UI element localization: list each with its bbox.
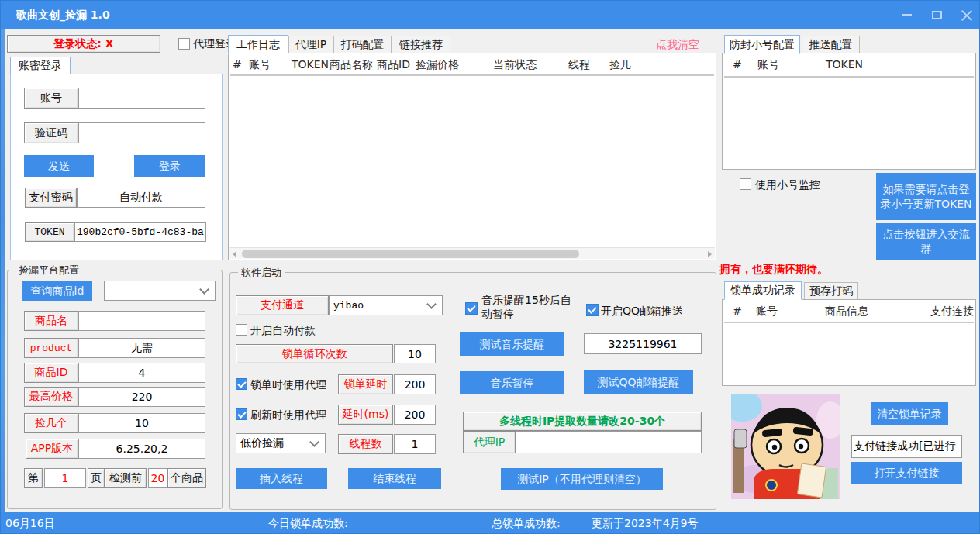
scroll-right-icon[interactable] [708,251,712,257]
qq-number-input[interactable] [584,333,702,354]
pay-password-input[interactable] [77,188,205,208]
end-thread-button[interactable]: 结束线程 [348,468,441,489]
col-token: TOKEN [826,58,863,71]
header-divider [724,322,974,323]
login-status-button[interactable]: 登录状态: X [7,35,160,53]
close-icon [961,9,972,21]
title-bar: 歌曲文创_捡漏 1.0 [1,1,980,29]
tab-anti-ban-config[interactable]: 防封小号配置 [724,35,800,54]
open-pay-link-button[interactable]: 打开支付链接 [851,462,962,484]
tab-prestore-captcha[interactable]: 预存打码 [804,282,858,300]
tab-push-config[interactable]: 推送配置 [802,36,860,54]
status-today-count: 今日锁单成功数: [268,512,348,534]
pick-count-label: 捡几个 [24,413,78,433]
qq-push-label: 开启QQ邮箱推送 [601,305,683,319]
threads-input[interactable] [394,434,436,454]
qq-push-checkbox[interactable] [586,304,599,316]
product-input[interactable] [78,338,205,358]
tab-link-recommend[interactable]: 链接推荐 [392,36,450,54]
music-alert-label: 音乐提醒15秒后自动暂停 [481,293,573,321]
maximize-button[interactable] [923,1,950,29]
minimize-icon [902,14,912,16]
delay-ms-input[interactable] [394,405,436,425]
window-title: 歌曲文创_捡漏 1.0 [16,1,110,29]
clear-lock-records-button[interactable]: 清空锁单记录 [871,402,948,425]
tab-captcha-config[interactable]: 打码配置 [333,36,392,54]
delay-ms-label: 延时(ms) [338,405,393,425]
pay-channel-dropdown[interactable]: yibao [329,295,443,315]
window-left-edge [1,29,5,512]
pick-count-input[interactable] [78,413,205,433]
check-first-label: 检测前 [105,468,147,488]
max-price-input[interactable] [78,387,205,407]
motto-text: 拥有，也要满怀期待。 [719,263,828,277]
page-number-input[interactable] [44,468,86,488]
minimize-button[interactable] [893,1,920,29]
lock-delay-input[interactable] [394,374,436,394]
send-button[interactable]: 发送 [24,155,94,177]
status-updated: 更新于2023年4月9号 [592,512,698,534]
lock-proxy-checkbox[interactable] [236,378,247,390]
proxy-ip-label: 代理IP [463,431,516,453]
music-pause-button[interactable]: 音乐暂停 [460,371,564,394]
col-index: # [233,58,242,71]
ip-note-bar: 多线程时IP提取数量请改20-30个 [463,412,702,431]
scroll-left-icon[interactable] [233,251,236,257]
scrollbar-thumb[interactable] [242,250,579,258]
col-pick: 捡几 [609,58,631,72]
account-input[interactable] [78,88,205,109]
lock-loop-input[interactable] [394,344,436,363]
product-id-label: 商品ID [24,363,78,383]
col-product-info: 商品信息 [825,305,868,319]
lock-records-table: # 账号 商品信息 支付连接 [722,299,976,386]
lock-proxy-label: 锁单时使用代理 [250,378,326,392]
maximize-icon [932,11,942,19]
login-button[interactable]: 登录 [134,155,205,177]
col-pay-link: 支付连接 [930,305,974,319]
test-qq-button[interactable]: 测试QQ邮箱提醒 [584,370,693,394]
test-ip-button[interactable]: 测试IP（不用代理则清空） [501,468,663,490]
captcha-input[interactable] [78,122,205,143]
tab-proxy-ip[interactable]: 代理IP [288,36,333,54]
auto-pay-label: 开启自动付款 [250,324,316,338]
query-product-id-button[interactable]: 查询商品id [22,281,92,301]
col-account: 账号 [756,305,778,319]
col-index: # [733,305,742,317]
tab-lock-records[interactable]: 锁单成功记录 [724,281,802,300]
shinchan-image [731,394,840,499]
token-input[interactable] [74,222,206,242]
auto-pay-checkbox[interactable] [236,324,247,336]
page-prefix-label: 第 [24,468,43,488]
lock-delay-label: 锁单延时 [338,374,393,394]
check-count-input[interactable] [148,468,167,488]
product-id-dropdown[interactable] [104,281,216,301]
music-alert-checkbox[interactable] [465,302,478,315]
product-name-input[interactable] [78,311,205,331]
launcher-title: 软件启动 [238,266,285,280]
insert-thread-button[interactable]: 插入线程 [236,468,327,489]
close-button[interactable] [953,1,979,29]
app-version-input[interactable] [78,439,205,459]
pay-link-input[interactable] [851,435,962,458]
captcha-label: 验证码 [24,122,78,143]
alt-monitor-checkbox[interactable] [740,178,751,190]
product-id-input[interactable] [78,363,205,383]
proxy-login-checkbox[interactable] [178,38,190,50]
tab-account-login[interactable]: 账密登录 [10,57,71,74]
anti-ban-table: # 账号 TOKEN [722,53,976,170]
status-bar: 06月16日 今日锁单成功数: 总锁单成功数: 更新于2023年4月9号 [1,512,980,534]
proxy-ip-input[interactable] [516,431,702,453]
mode-dropdown[interactable]: 低价捡漏 [236,433,326,453]
tab-work-log[interactable]: 工作日志 [228,35,288,54]
status-total-count: 总锁单成功数: [492,512,561,534]
update-token-button[interactable]: 如果需要请点击登录小号更新TOKEN [876,173,976,220]
test-music-button[interactable]: 测试音乐提醒 [460,332,564,356]
app-window: 歌曲文创_捡漏 1.0 登录状态: X 代理登录 工作日志 代理IP 打码配置 … [0,0,980,534]
status-date: 06月16日 [5,512,55,534]
work-log-table: # 账号 TOKEN 商品名称 商品ID 捡漏价格 当前状态 线程 捡几 [228,53,716,260]
clear-log-link[interactable]: 点我清空 [656,38,699,52]
refresh-proxy-checkbox[interactable] [236,408,247,420]
work-log-hscrollbar[interactable] [229,247,715,259]
join-group-button[interactable]: 点击按钮进入交流群 [876,223,976,260]
product-label: product [24,338,78,358]
